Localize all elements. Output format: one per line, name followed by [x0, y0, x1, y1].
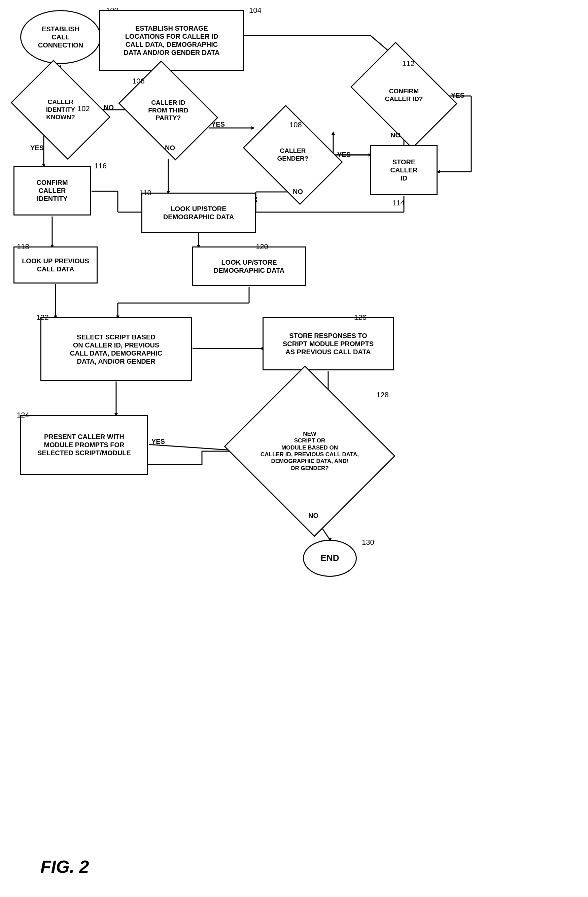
confirm-caller-identity-node: CONFIRMCALLERIDENTITY — [14, 166, 91, 216]
ref-130: 130 — [362, 538, 374, 547]
ref-116: 116 — [94, 162, 107, 170]
ref-102: 102 — [78, 104, 90, 113]
ref-124: 124 — [17, 411, 29, 419]
ref-118: 118 — [17, 242, 29, 251]
figure-label: FIG. 2 — [40, 857, 89, 877]
ref-108: 108 — [289, 121, 302, 129]
label-yes-102: YES — [30, 144, 44, 152]
store-caller-id-node: STORECALLERID — [370, 145, 438, 195]
ref-114: 114 — [392, 199, 405, 207]
label-no-102: NO — [104, 104, 114, 112]
ref-126: 126 — [354, 313, 367, 322]
ref-110: 110 — [139, 188, 151, 197]
caller-identity-known-node: CALLERIDENTITYKNOWN? — [11, 60, 111, 160]
label-no-128: NO — [308, 512, 318, 520]
ref-104: 104 — [249, 6, 261, 15]
label-no-108: NO — [293, 188, 303, 196]
label-no-112: NO — [390, 131, 400, 139]
lookup-store-demographic-data-node-110: LOOK UP/STOREDEMOGRAPHIC DATA — [141, 193, 256, 233]
look-up-previous-call-data-node: LOOK UP PREVIOUSCALL DATA — [14, 246, 98, 283]
new-script-or-module-node: NEWSCRIPT ORMODULE BASED ONCALLER ID, PR… — [224, 365, 395, 537]
select-script-node: SELECT SCRIPT BASEDON CALLER ID, PREVIOU… — [40, 317, 192, 381]
label-yes-112: YES — [451, 92, 464, 99]
ref-106: 106 — [132, 77, 145, 86]
establish-call-connection-node: ESTABLISH CALL CONNECTION — [20, 10, 101, 64]
ref-122: 122 — [37, 313, 49, 322]
flowchart-diagram: ESTABLISH CALL CONNECTION 100 ESTABLISH … — [0, 0, 588, 897]
lookup-store-demographic-data-node-120: LOOK UP/STOREDEMOGRAPHIC DATA — [192, 246, 306, 286]
label-no-106: NO — [165, 144, 175, 152]
label-yes-108: YES — [337, 151, 351, 159]
present-caller-node: PRESENT CALLER WITHMODULE PROMPTS FORSEL… — [20, 415, 148, 475]
store-responses-node: STORE RESPONSES TOSCRIPT MODULE PROMPTSA… — [263, 317, 394, 370]
label-yes-106: YES — [211, 121, 225, 128]
ref-112: 112 — [402, 59, 415, 68]
ref-128: 128 — [376, 390, 389, 400]
end-node: END — [303, 540, 357, 577]
confirm-caller-id-node: CONFIRMCALLER ID? — [350, 42, 457, 149]
label-yes-124: YES — [151, 438, 165, 445]
ref-120: 120 — [256, 242, 268, 251]
establish-storage-locations-node: ESTABLISH STORAGELOCATIONS FOR CALLER ID… — [99, 10, 244, 71]
